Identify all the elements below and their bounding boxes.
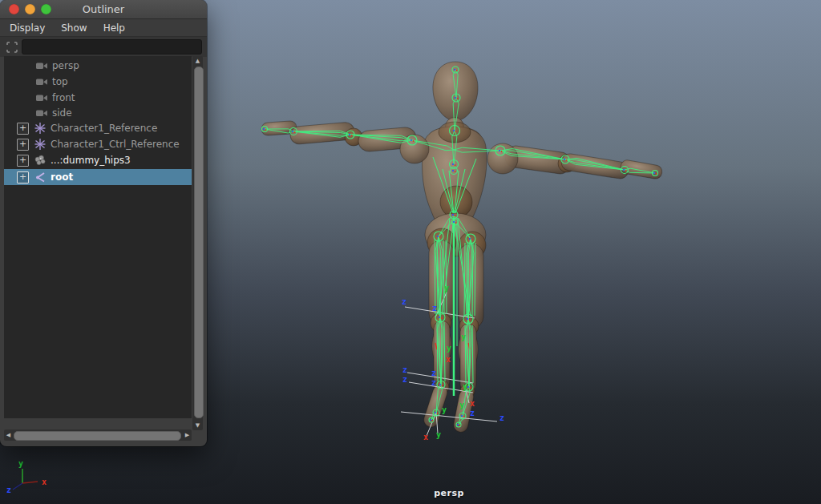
- joint-axis-dot: [452, 170, 454, 171]
- joint-axis-dot: [461, 415, 463, 417]
- joint-axis-dot: [455, 215, 456, 216]
- triad-y-label: y: [18, 459, 23, 468]
- camera-icon: [35, 107, 48, 119]
- joint-axis-dot: [455, 164, 456, 166]
- joint-axis-dot: [439, 317, 440, 318]
- joint-axis-dot: [453, 130, 455, 131]
- horizontal-scroll-thumb[interactable]: [14, 431, 181, 441]
- outliner-row-front[interactable]: front: [4, 90, 192, 106]
- joint-axis-dot: [623, 169, 625, 171]
- horizontal-scrollbar[interactable]: ◀ ▶: [4, 429, 192, 441]
- outliner-row-dummy-hips3[interactable]: + ...:dummy_hips3: [4, 152, 192, 168]
- menu-help[interactable]: Help: [103, 22, 125, 34]
- scene-axis-label: x: [470, 399, 475, 408]
- joint-axis-dot: [455, 131, 457, 132]
- scene-axis-label: x: [423, 433, 428, 442]
- joint-axis-dot: [455, 97, 456, 99]
- scene-axis-label: z: [470, 409, 475, 417]
- vertical-scroll-thumb[interactable]: [194, 67, 204, 418]
- scene-axis-label: y: [459, 401, 464, 409]
- outliner-row-character1-ctrl-reference[interactable]: + Character1_Ctrl_Reference: [4, 136, 192, 152]
- scroll-right-arrow[interactable]: ▶: [183, 429, 192, 441]
- joint-axis-dot: [457, 424, 459, 425]
- camera-icon: [35, 59, 48, 72]
- joint-axis-dot: [471, 239, 473, 240]
- scene-axis-label: x: [446, 355, 451, 364]
- expand-icon[interactable]: +: [17, 123, 29, 135]
- outliner-item-label: side: [52, 107, 72, 119]
- triad-x-label: x: [42, 478, 47, 486]
- joint-axis-dot: [292, 131, 293, 132]
- camera-name-label: persp: [409, 488, 489, 498]
- scroll-up-arrow[interactable]: ▲: [192, 56, 203, 66]
- joint-axis-dot: [455, 222, 457, 224]
- joint-axis-dot: [435, 412, 436, 413]
- menu-show[interactable]: Show: [61, 22, 87, 34]
- outliner-menubar: Display Show Help: [0, 19, 207, 37]
- joint-axis-dot: [467, 318, 468, 320]
- joint-axis-dot: [410, 139, 412, 141]
- joint-axis-dot: [294, 131, 296, 133]
- outliner-item-label: Character1_Ctrl_Reference: [51, 139, 180, 150]
- scroll-down-arrow[interactable]: ▼: [192, 421, 203, 430]
- scene-axis-label: y: [461, 333, 466, 341]
- scene-axis-label: z: [499, 413, 504, 422]
- joint-axis-dot: [656, 173, 657, 175]
- scroll-left-arrow[interactable]: ◀: [4, 429, 13, 441]
- scene-axis-label: z: [402, 297, 406, 306]
- menu-display[interactable]: Display: [10, 22, 45, 34]
- character-reference-icon: [34, 138, 47, 151]
- selection-brackets-icon: [6, 41, 18, 54]
- joint-axis-dot: [467, 386, 469, 388]
- joint-axis-dot: [470, 387, 471, 389]
- vertical-scrollbar[interactable]: ▲ ▼: [192, 56, 203, 430]
- joint-axis-dot: [625, 170, 627, 171]
- expand-icon[interactable]: +: [17, 171, 29, 183]
- joint-axis-dot: [349, 134, 350, 135]
- outliner-item-label: ...:dummy_hips3: [51, 155, 131, 166]
- scene-axis-label: y: [436, 430, 441, 439]
- joint-axis-dot: [564, 159, 565, 160]
- outliner-row-side[interactable]: side: [4, 105, 192, 121]
- joint-axis-dot: [437, 236, 439, 237]
- outliner-row-top[interactable]: top: [4, 74, 192, 90]
- scene-axis-label: y: [447, 344, 451, 353]
- joint-axis-dot: [432, 420, 434, 421]
- scene-axis-label: y: [463, 382, 467, 391]
- outliner-search-row: [0, 37, 207, 57]
- character-reference-icon: [34, 122, 47, 135]
- minimize-button[interactable]: [25, 4, 35, 14]
- joint-axis-dot: [499, 150, 500, 151]
- joint-axis-dot: [456, 70, 458, 71]
- outliner-row-persp[interactable]: persp: [4, 58, 192, 74]
- expand-icon[interactable]: +: [17, 139, 29, 151]
- outliner-item-label: top: [52, 76, 68, 87]
- joint-axis-dot: [459, 425, 461, 426]
- close-button[interactable]: [9, 4, 19, 14]
- joint-axis-dot: [351, 135, 353, 136]
- joint-axis-dot: [463, 416, 465, 417]
- zoom-button[interactable]: [41, 4, 51, 14]
- joint-axis-dot: [454, 69, 455, 71]
- joint-axis-dot: [653, 172, 655, 174]
- joint-axis-dot: [566, 159, 568, 161]
- scene-axis-label: y: [442, 405, 447, 414]
- window-titlebar[interactable]: Outliner: [0, 0, 207, 19]
- character-node-icon: [34, 154, 47, 167]
- joint-axis-dot: [265, 129, 267, 131]
- outliner-item-label: front: [52, 92, 75, 103]
- outliner-row-root[interactable]: + root: [4, 169, 192, 185]
- joint-axis-dot: [441, 317, 443, 319]
- outliner-item-label: Character1_Reference: [51, 123, 157, 134]
- outliner-row-character1-reference[interactable]: + Character1_Reference: [4, 120, 192, 136]
- scene-axis-label: z: [432, 304, 437, 312]
- search-input[interactable]: [22, 39, 202, 54]
- joint-axis-dot: [442, 385, 443, 386]
- scene-axis-label: z: [402, 365, 407, 374]
- expand-icon[interactable]: +: [17, 155, 29, 167]
- scene-axis-label: y: [444, 284, 449, 292]
- joint-axis-dot: [457, 98, 459, 99]
- joint-axis-dot: [452, 214, 454, 216]
- outliner-item-label: root: [51, 171, 73, 183]
- joint-axis-dot: [439, 236, 441, 238]
